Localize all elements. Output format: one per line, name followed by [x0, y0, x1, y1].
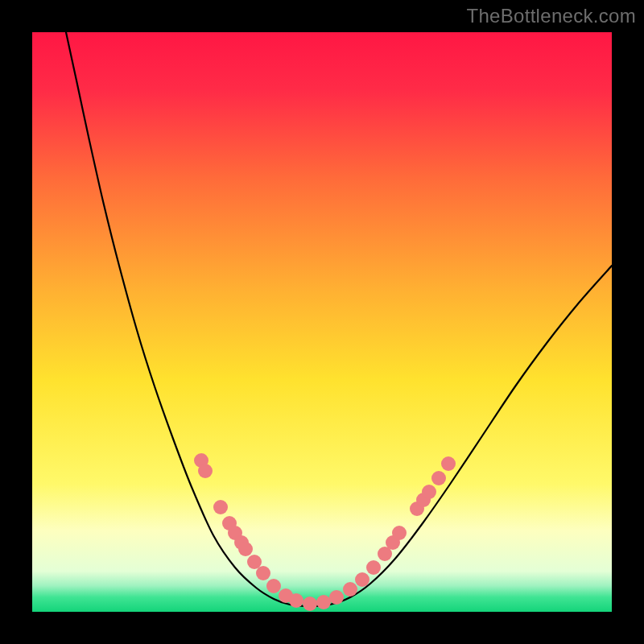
chart-svg: [32, 32, 612, 612]
marker-point: [392, 526, 407, 540]
marker-point: [343, 582, 357, 597]
marker-point: [316, 595, 331, 609]
marker-point: [247, 555, 262, 569]
chart-frame: TheBottleneck.com: [0, 0, 644, 644]
plot-area: [32, 32, 612, 612]
marker-point: [303, 597, 317, 611]
marker-point: [422, 485, 436, 499]
watermark-text: TheBottleneck.com: [466, 5, 636, 27]
marker-point: [266, 579, 281, 593]
marker-point: [329, 590, 344, 605]
marker-point: [198, 464, 213, 478]
marker-point: [256, 566, 270, 580]
marker-point: [441, 456, 456, 471]
marker-point: [238, 542, 253, 556]
marker-point: [355, 572, 369, 587]
marker-point: [431, 471, 446, 485]
gradient-background: [32, 32, 612, 612]
marker-point: [366, 560, 381, 575]
marker-point: [289, 593, 303, 608]
marker-point: [213, 500, 228, 514]
